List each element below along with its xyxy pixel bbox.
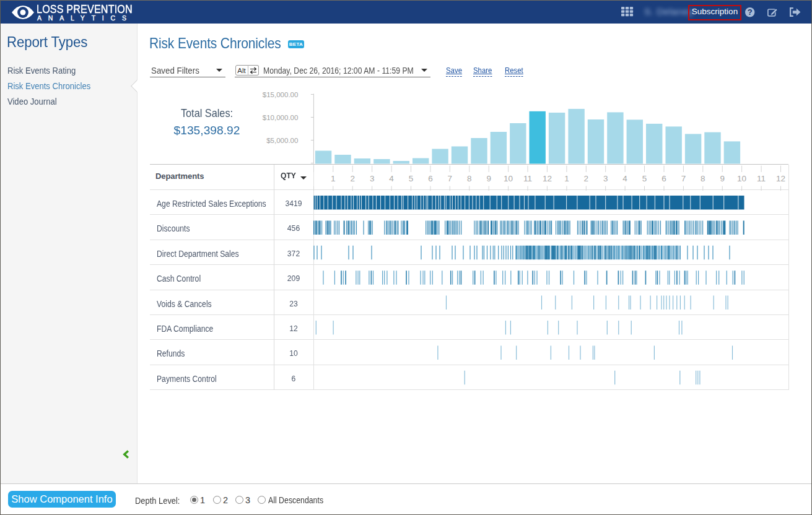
svg-text:9: 9	[486, 174, 491, 183]
svg-text:12: 12	[543, 174, 552, 183]
svg-text:10: 10	[737, 174, 746, 183]
svg-text:$5,000.00: $5,000.00	[266, 137, 298, 144]
svg-text:11: 11	[523, 174, 532, 183]
svg-text:?: ?	[748, 7, 753, 17]
svg-text:4: 4	[389, 174, 394, 183]
svg-text:5: 5	[642, 174, 647, 183]
svg-text:2: 2	[350, 174, 355, 183]
svg-text:12: 12	[776, 174, 785, 183]
svg-text:7: 7	[448, 174, 453, 183]
svg-text:6: 6	[428, 174, 433, 183]
svg-text:3: 3	[603, 174, 608, 183]
svg-text:4: 4	[622, 174, 627, 183]
svg-text:3: 3	[370, 174, 375, 183]
svg-text:10: 10	[504, 174, 513, 183]
svg-text:5: 5	[409, 174, 414, 183]
svg-text:9: 9	[720, 174, 725, 183]
svg-text:7: 7	[681, 174, 686, 183]
svg-text:1: 1	[564, 174, 569, 183]
svg-text:1: 1	[331, 174, 336, 183]
svg-text:8: 8	[467, 174, 472, 183]
svg-text:8: 8	[701, 174, 705, 183]
svg-text:11: 11	[757, 174, 766, 183]
svg-text:6: 6	[661, 174, 666, 183]
svg-text:2: 2	[584, 174, 589, 183]
svg-text:$15,000.00: $15,000.00	[263, 91, 299, 98]
svg-text:$10,000.00: $10,000.00	[263, 114, 299, 121]
